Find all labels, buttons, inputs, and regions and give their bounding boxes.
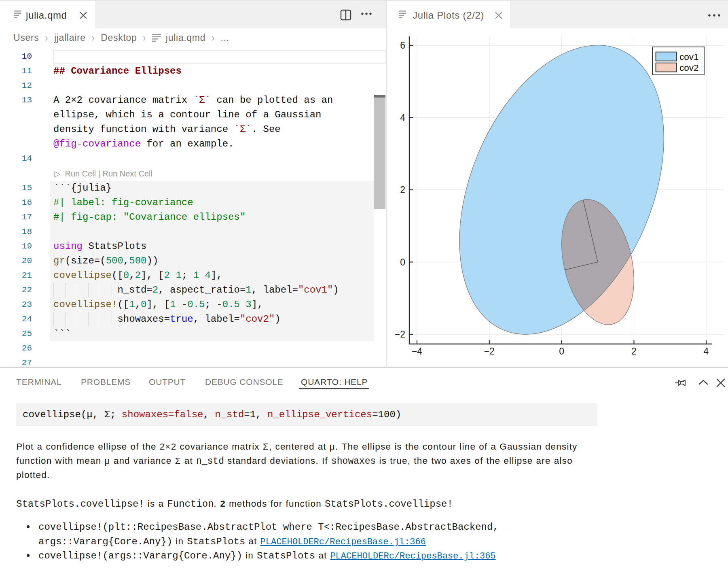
svg-text:cov1: cov1 (679, 52, 699, 62)
svg-text:2: 2 (631, 346, 637, 357)
svg-text:4: 4 (400, 113, 405, 123)
svg-text:cov2: cov2 (679, 63, 699, 73)
svg-text:−2: −2 (484, 346, 495, 357)
svg-text:2: 2 (400, 185, 405, 195)
svg-text:6: 6 (400, 40, 405, 51)
svg-text:0: 0 (400, 257, 405, 268)
svg-text:0: 0 (559, 346, 564, 357)
svg-text:4: 4 (704, 346, 709, 357)
svg-text:−4: −4 (412, 346, 422, 357)
svg-text:−2: −2 (395, 329, 405, 340)
